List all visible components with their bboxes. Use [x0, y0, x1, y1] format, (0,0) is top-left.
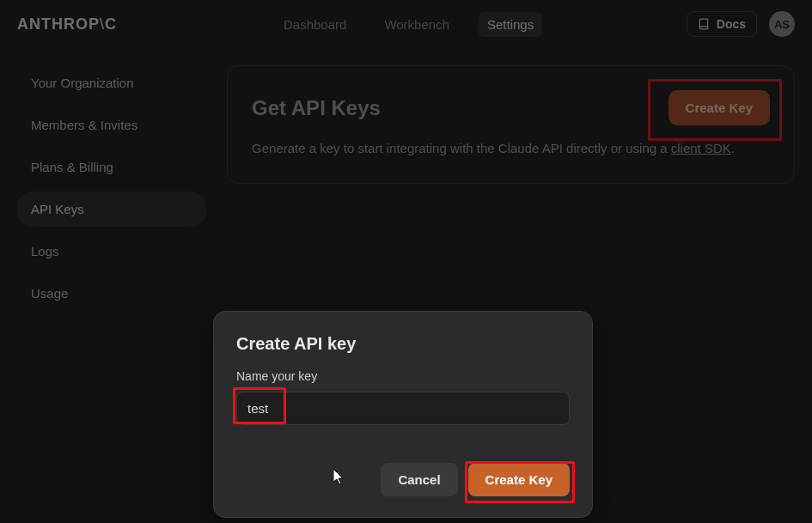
- api-keys-panel: Get API Keys Create Key Generate a key t…: [227, 65, 795, 184]
- main-layout: Your Organization Members & Invites Plan…: [0, 48, 812, 335]
- top-bar-right: Docs AS: [687, 11, 795, 37]
- modal-create-key-button[interactable]: Create Key: [468, 463, 570, 496]
- docs-button[interactable]: Docs: [687, 11, 757, 37]
- cancel-button[interactable]: Cancel: [381, 463, 457, 496]
- sidebar-item-apikeys[interactable]: API Keys: [17, 192, 206, 227]
- sidebar: Your Organization Members & Invites Plan…: [17, 65, 206, 318]
- book-icon: [698, 18, 710, 30]
- panel-subtitle: Generate a key to start integrating with…: [252, 139, 770, 157]
- client-sdk-link[interactable]: client SDK: [671, 141, 731, 155]
- sidebar-item-logs[interactable]: Logs: [17, 234, 206, 269]
- modal-title: Create API key: [236, 334, 570, 354]
- sidebar-item-organization[interactable]: Your Organization: [17, 65, 206, 100]
- panel-title: Get API Keys: [252, 96, 381, 120]
- modal-actions: Cancel Create Key: [236, 463, 570, 496]
- create-key-button[interactable]: Create Key: [669, 90, 770, 125]
- nav-dashboard[interactable]: Dashboard: [275, 12, 355, 37]
- brand-text-right: C: [105, 15, 117, 33]
- nav-workbench[interactable]: Workbench: [375, 12, 458, 37]
- avatar-initials: AS: [774, 18, 790, 31]
- panel-header-row: Get API Keys Create Key: [252, 90, 770, 125]
- top-nav: Dashboard Workbench Settings: [275, 0, 542, 48]
- avatar[interactable]: AS: [769, 11, 795, 37]
- docs-label: Docs: [717, 17, 746, 31]
- modal-name-label: Name your key: [236, 369, 570, 383]
- create-api-key-modal: Create API key Name your key Cancel Crea…: [213, 311, 593, 518]
- sidebar-item-plans[interactable]: Plans & Billing: [17, 149, 206, 185]
- brand-logo: ANTHROP\C: [17, 15, 117, 33]
- brand-text-left: ANTHROP: [17, 15, 100, 33]
- key-name-input[interactable]: [236, 392, 570, 425]
- sidebar-item-members[interactable]: Members & Invites: [17, 107, 206, 143]
- content-area: Get API Keys Create Key Generate a key t…: [227, 65, 795, 318]
- panel-subtitle-post: .: [731, 141, 735, 155]
- top-bar: ANTHROP\C Dashboard Workbench Settings D…: [0, 0, 812, 48]
- panel-subtitle-pre: Generate a key to start integrating with…: [252, 141, 671, 155]
- nav-settings[interactable]: Settings: [479, 12, 542, 37]
- sidebar-item-usage[interactable]: Usage: [17, 276, 206, 311]
